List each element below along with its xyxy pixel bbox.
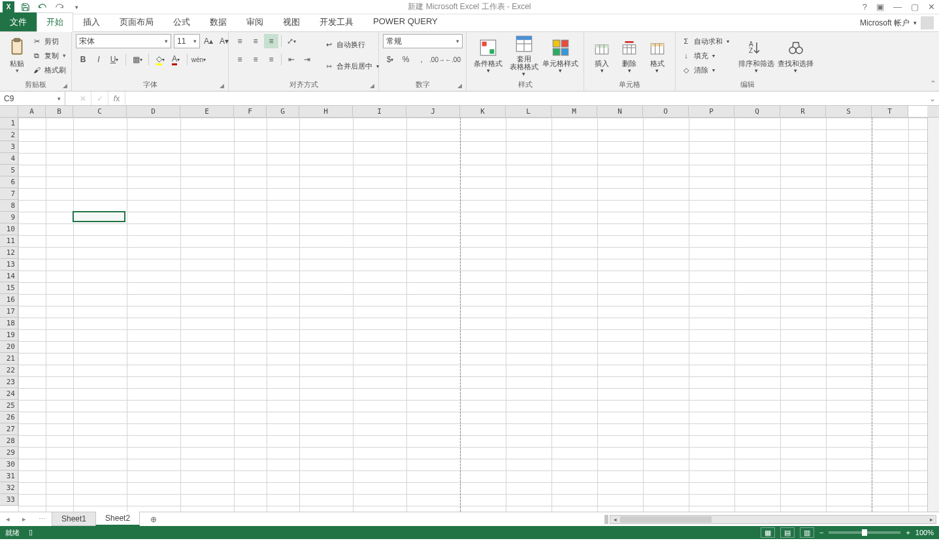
- wrap-text-button[interactable]: ↩自动换行: [322, 39, 380, 52]
- number-format-combo[interactable]: 常规▾: [383, 34, 463, 48]
- horizontal-scrollbar[interactable]: ◂ ▸: [610, 515, 936, 524]
- column-header[interactable]: I: [353, 106, 406, 117]
- zoom-level[interactable]: 100%: [915, 529, 934, 536]
- increase-indent-icon[interactable]: ⇥: [300, 52, 314, 67]
- column-header[interactable]: Q: [734, 106, 780, 117]
- percent-icon[interactable]: %: [399, 52, 413, 67]
- row-header[interactable]: 18: [0, 318, 18, 329]
- column-header[interactable]: H: [299, 106, 353, 117]
- tab-split-handle[interactable]: [604, 515, 608, 524]
- align-right-icon[interactable]: ≡: [264, 52, 278, 67]
- underline-button[interactable]: U▾: [107, 52, 122, 67]
- decrease-indent-icon[interactable]: ⇤: [284, 52, 299, 67]
- align-bottom-icon[interactable]: ≡: [264, 34, 278, 48]
- sort-filter-button[interactable]: AZ排序和筛选▾: [736, 34, 776, 77]
- autosum-button[interactable]: Σ自动求和▾: [680, 35, 736, 48]
- cancel-formula-icon[interactable]: ✕: [74, 91, 91, 105]
- row-header[interactable]: 1: [0, 118, 18, 129]
- column-header[interactable]: T: [872, 106, 908, 117]
- column-header[interactable]: G: [267, 106, 299, 117]
- find-select-button[interactable]: 查找和选择▾: [776, 34, 815, 77]
- hscroll-left-icon[interactable]: ◂: [610, 516, 619, 523]
- ribbon-tab-视图[interactable]: 视图: [273, 12, 310, 31]
- fill-button[interactable]: ↓填充▾: [680, 49, 736, 62]
- page-layout-view-icon[interactable]: ▤: [780, 527, 795, 538]
- row-header[interactable]: 4: [0, 153, 18, 165]
- merge-center-button[interactable]: ⇿合并后居中▾: [322, 60, 380, 73]
- maximize-icon[interactable]: ▢: [911, 2, 919, 12]
- ribbon-tab-POWER QUERY[interactable]: POWER QUERY: [363, 12, 448, 31]
- row-header[interactable]: 8: [0, 200, 18, 212]
- paste-button[interactable]: 粘贴 ▾: [4, 34, 30, 77]
- comma-icon[interactable]: ,: [414, 52, 429, 67]
- add-sheet-button[interactable]: ⊕: [145, 512, 162, 526]
- ribbon-tab-文件[interactable]: 文件: [0, 12, 37, 31]
- row-header[interactable]: 5: [0, 165, 18, 176]
- ribbon-tab-开发工具[interactable]: 开发工具: [310, 12, 363, 31]
- font-color-button[interactable]: A▾: [169, 52, 183, 67]
- align-top-icon[interactable]: ≡: [233, 34, 247, 48]
- collapse-ribbon-icon[interactable]: ⌃: [930, 79, 936, 88]
- sheet-nav-menu-icon[interactable]: ⋯: [39, 515, 46, 523]
- clear-button[interactable]: ◇清除▾: [680, 63, 736, 76]
- hscroll-thumb[interactable]: [620, 516, 712, 523]
- row-header[interactable]: 12: [0, 247, 18, 259]
- hscroll-right-icon[interactable]: ▸: [927, 516, 936, 523]
- row-header[interactable]: 30: [0, 459, 18, 470]
- row-header[interactable]: 27: [0, 423, 18, 435]
- ribbon-tab-页面布局[interactable]: 页面布局: [110, 12, 163, 31]
- active-cell[interactable]: [73, 211, 125, 222]
- delete-cells-button[interactable]: 删除▾: [616, 34, 643, 77]
- sheet-nav-prev-icon[interactable]: ◂: [6, 515, 10, 523]
- qat-customize-icon[interactable]: ▾: [71, 1, 82, 13]
- font-size-combo[interactable]: 11▾: [174, 34, 200, 48]
- row-header[interactable]: 22: [0, 365, 18, 376]
- insert-function-icon[interactable]: fx: [108, 91, 125, 105]
- row-header[interactable]: 25: [0, 400, 18, 412]
- row-header[interactable]: 17: [0, 306, 18, 318]
- vertical-scrollbar[interactable]: [927, 118, 939, 512]
- sheet-tab-Sheet2[interactable]: Sheet2: [95, 512, 140, 526]
- zoom-slider[interactable]: [829, 531, 900, 534]
- row-header[interactable]: 31: [0, 470, 18, 482]
- name-box[interactable]: C9▾: [0, 91, 65, 105]
- column-header[interactable]: E: [180, 106, 234, 117]
- conditional-format-button[interactable]: 条件格式▾: [470, 34, 506, 77]
- enter-formula-icon[interactable]: ✓: [91, 91, 108, 105]
- row-header[interactable]: 7: [0, 188, 18, 200]
- phonetic-button[interactable]: wén▾: [191, 52, 206, 67]
- row-header[interactable]: 11: [0, 235, 18, 247]
- row-header[interactable]: 23: [0, 376, 18, 388]
- column-header[interactable]: O: [643, 106, 689, 117]
- macro-record-icon[interactable]: ▯: [29, 528, 33, 538]
- currency-icon[interactable]: $▾: [383, 52, 397, 67]
- page-break-view-icon[interactable]: ▥: [800, 527, 814, 538]
- zoom-in-icon[interactable]: +: [906, 529, 910, 536]
- copy-button[interactable]: ⧉复制▾: [30, 49, 67, 62]
- name-box-dropdown-icon[interactable]: ▾: [58, 95, 61, 102]
- cell-styles-button[interactable]: 单元格样式▾: [542, 34, 580, 77]
- row-header[interactable]: 2: [0, 129, 18, 141]
- increase-decimal-icon[interactable]: .00→: [430, 52, 444, 67]
- format-painter-button[interactable]: 🖌格式刷: [30, 63, 67, 76]
- zoom-out-icon[interactable]: −: [819, 529, 823, 536]
- save-icon[interactable]: [20, 1, 31, 13]
- row-header[interactable]: 24: [0, 388, 18, 400]
- column-header[interactable]: S: [826, 106, 872, 117]
- format-cells-button[interactable]: 格式▾: [644, 34, 671, 77]
- redo-icon[interactable]: [54, 1, 65, 13]
- bold-button[interactable]: B: [76, 52, 90, 67]
- clipboard-launcher-icon[interactable]: ◢: [61, 80, 69, 88]
- undo-icon[interactable]: [37, 1, 48, 13]
- row-header[interactable]: 15: [0, 282, 18, 294]
- expand-formula-bar-icon[interactable]: ⌄: [926, 94, 939, 103]
- ribbon-tab-公式[interactable]: 公式: [163, 12, 200, 31]
- row-header[interactable]: 32: [0, 482, 18, 494]
- increase-font-icon[interactable]: A▴: [201, 34, 216, 48]
- column-header[interactable]: A: [18, 106, 46, 117]
- ribbon-tab-开始[interactable]: 开始: [37, 12, 73, 32]
- column-header[interactable]: P: [689, 106, 734, 117]
- fill-color-button[interactable]: ◇▾: [153, 52, 167, 67]
- row-header[interactable]: 14: [0, 271, 18, 282]
- align-left-icon[interactable]: ≡: [233, 52, 247, 67]
